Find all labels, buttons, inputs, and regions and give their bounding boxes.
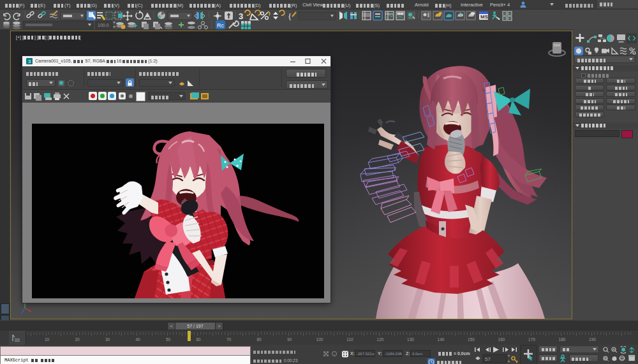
svg-text:Rc: Rc — [217, 22, 224, 29]
svg-text:3: 3 — [239, 11, 243, 21]
svg-text:3: 3 — [28, 59, 31, 64]
svg-text:57: 57 — [485, 356, 491, 362]
svg-text:100.0: 100.0 — [98, 23, 109, 27]
svg-text:{: { — [288, 11, 292, 21]
svg-text:i: i — [334, 353, 334, 356]
svg-text:MS: MS — [480, 14, 489, 20]
